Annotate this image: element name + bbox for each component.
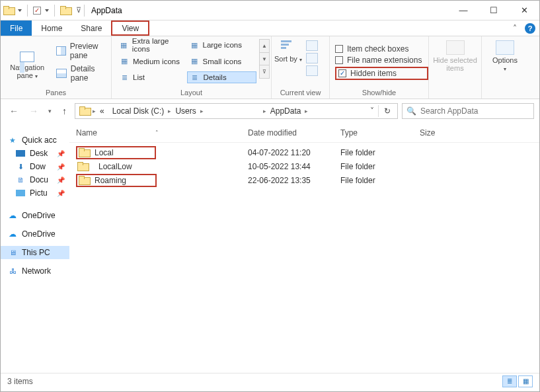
options-button[interactable]: Options▾ <box>492 40 518 73</box>
column-label: Type <box>340 128 358 137</box>
folder-icon[interactable] <box>60 6 71 15</box>
layout-details[interactable]: ≣Details <box>187 71 257 83</box>
file-name: LocalLow <box>98 162 132 171</box>
monitor-icon <box>15 149 26 158</box>
chevron-right-icon[interactable]: ▸ <box>200 108 204 114</box>
collapse-ribbon-icon[interactable]: ˄ <box>509 20 521 36</box>
column-header-date[interactable]: Date modified <box>248 128 340 137</box>
preview-pane-button[interactable]: Preview pane <box>56 42 107 60</box>
search-box[interactable]: 🔍 <box>402 103 534 119</box>
search-input[interactable] <box>420 106 529 116</box>
dropdown-icon: ▾ <box>299 57 302 63</box>
column-headers: Name˄ Date modified Type Size <box>69 123 539 143</box>
sidebar-item-onedrive[interactable]: ☁OneDrive <box>1 209 69 222</box>
expand-gallery-icon[interactable]: ⊽ <box>260 65 269 78</box>
file-row[interactable]: Roaming 22-06-2022 13:35 File folder <box>69 173 539 187</box>
qat-item-dropdown[interactable] <box>45 9 49 12</box>
sort-icon <box>281 40 295 55</box>
group-label-currentview: Current view <box>272 87 329 98</box>
scroll-down-icon[interactable]: ▼ <box>260 53 269 66</box>
details-pane-button[interactable]: Details pane <box>56 64 107 83</box>
up-button[interactable]: ↑ <box>58 106 71 116</box>
address-dropdown[interactable]: ˅ <box>366 106 378 116</box>
details-icon: ≣ <box>190 73 200 82</box>
sidebar-item-label: Quick acc <box>22 136 57 145</box>
window-title: AppData <box>91 6 122 15</box>
breadcrumb-localdisk[interactable]: Local Disk (C:) <box>108 106 169 116</box>
checkbox-icon <box>335 56 343 64</box>
tab-home[interactable]: Home <box>32 20 71 36</box>
layout-gallery-scroll[interactable]: ▲▼⊽ <box>259 39 270 79</box>
tab-file[interactable]: File <box>1 20 32 36</box>
file-type: File folder <box>340 148 420 157</box>
layout-large-icons[interactable]: ▦Large icons <box>187 39 257 51</box>
thumbnails-view-button[interactable]: ▦ <box>518 375 533 387</box>
sidebar-item-downloads[interactable]: ⬇Dow📌 <box>1 160 69 173</box>
breadcrumb-users[interactable]: Users <box>171 106 200 116</box>
layout-extra-large-icons[interactable]: ▦Extra large icons <box>117 39 187 51</box>
sidebar-item-onedrive[interactable]: ☁OneDrive <box>1 227 69 241</box>
column-header-name[interactable]: Name˄ <box>76 128 248 137</box>
close-button[interactable]: ✕ <box>509 1 539 20</box>
sort-by-button[interactable]: Sort by ▾ <box>274 40 302 63</box>
group-by-button[interactable] <box>306 40 318 51</box>
sidebar-item-label: OneDrive <box>22 211 56 220</box>
sidebar-item-network[interactable]: 🖧Network <box>1 264 69 278</box>
pin-icon: 📌 <box>57 163 65 171</box>
layout-medium-icons[interactable]: ▦Medium icons <box>117 56 187 67</box>
breadcrumb-appdata[interactable]: AppData <box>266 106 305 116</box>
checkbox-checked-icon: ✓ <box>338 69 346 77</box>
folder-icon <box>79 106 90 116</box>
sidebar-item-thispc[interactable]: 🖥This PC <box>1 246 69 259</box>
checkbox-icon <box>335 45 343 53</box>
separator <box>54 5 55 17</box>
grid-icon: ▦ <box>120 57 129 65</box>
column-label: Name <box>76 128 97 137</box>
sidebar-item-documents[interactable]: 🗎Docu📌 <box>1 173 69 186</box>
back-button[interactable]: ← <box>6 103 22 119</box>
breadcrumb-prefix[interactable]: « <box>96 106 108 116</box>
file-row[interactable]: Local 04-07-2022 11:20 File folder <box>69 145 539 159</box>
details-pane-icon <box>56 69 66 78</box>
quick-access-toolbar: ✓ ⊽ <box>3 5 81 17</box>
add-columns-button[interactable] <box>306 53 318 63</box>
forward-button: → <box>26 103 42 119</box>
scroll-up-icon[interactable]: ▲ <box>260 40 269 53</box>
column-header-size[interactable]: Size <box>420 128 473 137</box>
qat-menu-dropdown[interactable] <box>18 9 22 12</box>
layout-small-icons[interactable]: ▦Small icons <box>187 56 257 67</box>
file-row[interactable]: LocalLow 10-05-2022 13:44 File folder <box>69 159 539 173</box>
folder-icon <box>79 176 89 185</box>
sort-asc-icon: ˄ <box>155 130 159 136</box>
hide-icon <box>446 40 465 55</box>
size-columns-button[interactable] <box>306 65 318 76</box>
column-label: Size <box>420 128 435 137</box>
minimize-button[interactable]: — <box>448 1 479 20</box>
details-view-button[interactable]: ≣ <box>502 375 517 387</box>
column-label: Date modified <box>248 128 297 137</box>
help-button[interactable]: ? <box>521 20 539 36</box>
properties-icon[interactable]: ✓ <box>33 7 41 15</box>
file-ext-label: File name extensions <box>347 56 422 65</box>
history-dropdown[interactable]: ▾ <box>46 108 54 114</box>
tab-share[interactable]: Share <box>71 20 111 36</box>
layout-list[interactable]: ≣List <box>117 71 187 83</box>
hidden-items-toggle[interactable]: ✓Hidden items <box>335 67 428 80</box>
file-name-extensions-toggle[interactable]: File name extensions <box>335 56 428 65</box>
overflow-chevron[interactable]: ⊽ <box>76 6 81 15</box>
sidebar-item-quickaccess[interactable]: ★Quick acc <box>1 134 69 147</box>
refresh-button[interactable]: ↻ <box>379 106 396 116</box>
ribbon-group-current-view: Sort by ▾ Current view <box>272 36 330 98</box>
address-bar[interactable]: ▸ « Local Disk (C:)▸ Users▸ ▸ AppData▸ ˅… <box>75 103 398 119</box>
pc-icon: 🖥 <box>7 248 18 257</box>
chevron-right-icon[interactable]: ▸ <box>305 108 308 114</box>
tab-view[interactable]: View <box>111 20 149 36</box>
item-check-boxes-toggle[interactable]: Item check boxes <box>335 44 428 54</box>
navigation-pane-button[interactable]: Navigation pane ▾ <box>5 44 50 80</box>
sidebar-item-desktop[interactable]: Desk📌 <box>1 147 69 160</box>
file-name: Local <box>95 148 114 157</box>
maximize-button[interactable]: ☐ <box>479 1 509 20</box>
sidebar-item-pictures[interactable]: Pictu📌 <box>1 186 69 200</box>
column-header-type[interactable]: Type <box>340 128 420 137</box>
file-date: 22-06-2022 13:35 <box>248 176 340 185</box>
